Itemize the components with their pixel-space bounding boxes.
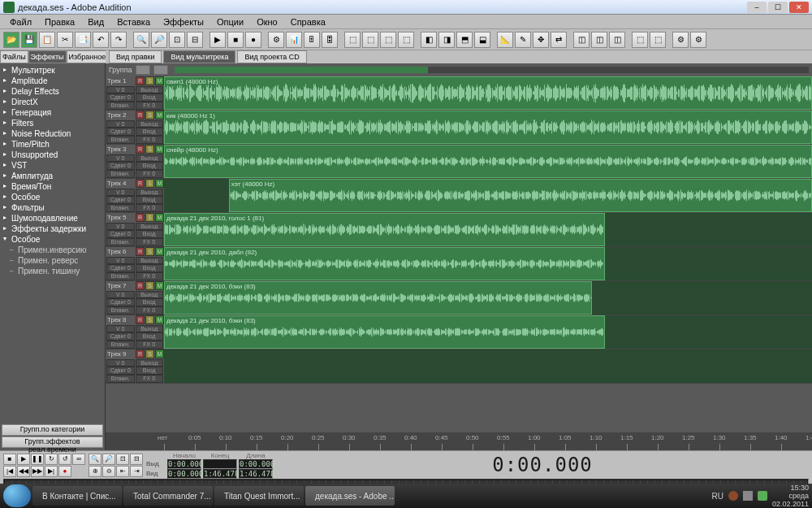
record-arm-button[interactable]: R (136, 179, 145, 188)
wet-field[interactable]: Влажн. (106, 170, 135, 178)
toolbar-btn-44[interactable]: ⚙ (672, 32, 689, 48)
zoom-right-button[interactable]: ⇥ (130, 466, 143, 477)
group-btn-1[interactable] (136, 65, 150, 75)
wet-field[interactable]: Влажн. (106, 204, 135, 212)
fx-field[interactable]: FX 0 (136, 272, 164, 280)
tree-item[interactable]: Амплитуда (2, 171, 103, 181)
audio-clip[interactable]: декада 21 дек 2010, бэки (83) (164, 281, 592, 315)
solo-button[interactable]: S (145, 315, 154, 324)
mute-button[interactable]: M (155, 76, 164, 85)
solo-button[interactable]: S (145, 247, 154, 256)
menu-Окно[interactable]: Окно (250, 15, 284, 28)
record-arm-button[interactable]: R (136, 111, 145, 119)
toolbar-btn-11[interactable]: ⊟ (187, 32, 203, 48)
view-tab-2[interactable]: Вид проекта CD (237, 50, 306, 63)
toolbar-btn-24[interactable]: ⬚ (380, 32, 396, 48)
pan-field[interactable]: Сдвиг 0 (106, 332, 135, 341)
start-button[interactable] (3, 484, 31, 507)
network-icon[interactable] (758, 491, 767, 501)
zoom-left-button[interactable]: ⇤ (116, 466, 129, 477)
pan-field[interactable]: Сдвиг 0 (106, 298, 135, 306)
menu-Вид[interactable]: Вид (81, 15, 110, 28)
zoom-out-h-button[interactable]: 🔎 (102, 454, 115, 465)
out-field[interactable]: Выход (136, 291, 164, 299)
wet-field[interactable]: Влажн. (106, 102, 135, 110)
vol-field[interactable]: V 0 (106, 86, 135, 94)
stop-button[interactable]: ■ (3, 454, 16, 465)
in-field[interactable]: Вход (136, 264, 164, 272)
go-end-button[interactable]: ▶| (45, 466, 58, 477)
play-button[interactable]: ▶ (17, 454, 30, 465)
sidebar-tab-2[interactable]: Избранное (67, 50, 109, 63)
toolbar-btn-27[interactable]: ◧ (421, 32, 437, 48)
tree-item[interactable]: Особое (2, 234, 103, 245)
fx-field[interactable]: FX 0 (136, 341, 164, 349)
zoom-in-v-button[interactable]: ⊕ (89, 466, 102, 477)
tree-item[interactable]: Filters (2, 118, 103, 128)
view-tab-1[interactable]: Вид мультитрека (163, 50, 235, 63)
record-arm-button[interactable]: R (136, 76, 145, 85)
mute-button[interactable]: M (155, 111, 164, 119)
close-button[interactable]: ✕ (789, 2, 809, 13)
tree-item[interactable]: Генерация (2, 107, 103, 118)
mute-button[interactable]: M (155, 350, 164, 358)
record-arm-button[interactable]: R (136, 281, 145, 290)
audio-clip[interactable]: декада 21 дек 2010, дабл (82) (164, 247, 605, 280)
track-lane[interactable]: свип1 (48000 Hz) (164, 76, 812, 110)
toolbar-btn-22[interactable]: ⬚ (344, 32, 361, 48)
vol-field[interactable]: V 0 (106, 154, 135, 163)
lang-indicator[interactable]: RU (712, 492, 723, 501)
tree-item[interactable]: Время/Тон (2, 181, 103, 192)
toolbar-btn-18[interactable]: 📊 (286, 32, 302, 48)
zoom-full-button[interactable]: ⊡ (116, 454, 129, 465)
out-field[interactable]: Выход (136, 359, 164, 367)
in-field[interactable]: Вход (136, 332, 164, 341)
toolbar-btn-15[interactable]: ● (245, 32, 261, 48)
record-arm-button[interactable]: R (136, 315, 145, 324)
toolbar-btn-19[interactable]: 🎚 (304, 32, 320, 48)
wet-field[interactable]: Влажн. (106, 136, 135, 144)
group-btn-2[interactable] (153, 65, 168, 75)
solo-button[interactable]: S (145, 111, 154, 119)
solo-button[interactable]: S (145, 179, 154, 188)
toolbar-btn-33[interactable]: ✎ (515, 32, 531, 48)
vol-field[interactable]: V 0 (106, 120, 135, 128)
in-field[interactable]: Вход (136, 367, 164, 375)
toolbar-btn-34[interactable]: ✥ (533, 32, 549, 48)
toolbar-btn-38[interactable]: ◫ (591, 32, 607, 48)
track-lane[interactable]: декада 21 дек 2010, голос 1 (81) (164, 213, 812, 246)
out-field[interactable]: Выход (136, 325, 164, 333)
track-lane[interactable]: кик (48000 Hz 1) (164, 111, 812, 144)
pan-field[interactable]: Сдвиг 0 (106, 367, 135, 375)
audio-clip[interactable]: свип1 (48000 Hz) (164, 76, 812, 110)
minimize-button[interactable]: – (747, 2, 767, 13)
toolbar-btn-28[interactable]: ◨ (438, 32, 455, 48)
toolbar-btn-2[interactable]: 📋 (39, 32, 55, 48)
wet-field[interactable]: Влажн. (106, 238, 135, 246)
sel-len[interactable]: 0:00.000 (239, 459, 273, 469)
record-arm-button[interactable]: R (136, 213, 145, 222)
pan-field[interactable]: Сдвиг 0 (106, 230, 135, 238)
in-field[interactable]: Вход (136, 230, 164, 238)
fx-field[interactable]: FX 0 (136, 375, 164, 383)
tree-item[interactable]: Эффекты задержки (2, 224, 103, 234)
audio-clip[interactable]: декада 21 дек 2010, голос 1 (81) (164, 213, 605, 246)
clock[interactable]: 15:30 среда 02.02.2011 (772, 484, 809, 508)
toolbar-btn-5[interactable]: ↶ (93, 32, 109, 48)
solo-button[interactable]: S (145, 350, 154, 358)
toolbar-btn-45[interactable]: ⚙ (690, 32, 706, 48)
play-loop-button[interactable]: ↻ (45, 454, 58, 465)
out-field[interactable]: Выход (136, 86, 164, 94)
menu-Вставка[interactable]: Вставка (110, 15, 157, 28)
record-arm-button[interactable]: R (136, 247, 145, 256)
toolbar-btn-30[interactable]: ⬓ (474, 32, 490, 48)
fx-field[interactable]: FX 0 (136, 204, 164, 212)
wet-field[interactable]: Влажн. (106, 375, 135, 383)
view-end[interactable]: 1:46.478 (203, 469, 237, 479)
taskbar-item[interactable]: декада.ses - Adobe ... (305, 486, 395, 506)
taskbar-item[interactable]: Titan Quest Immort... (214, 486, 304, 506)
toolbar-btn-13[interactable]: ▶ (209, 32, 226, 48)
toolbar-btn-42[interactable]: ⬚ (650, 32, 666, 48)
zoom-sel-button[interactable]: ⊟ (130, 454, 143, 465)
timeline-ruler[interactable]: нет0:050:100:150:200:250:300:350:400:450… (106, 432, 812, 450)
